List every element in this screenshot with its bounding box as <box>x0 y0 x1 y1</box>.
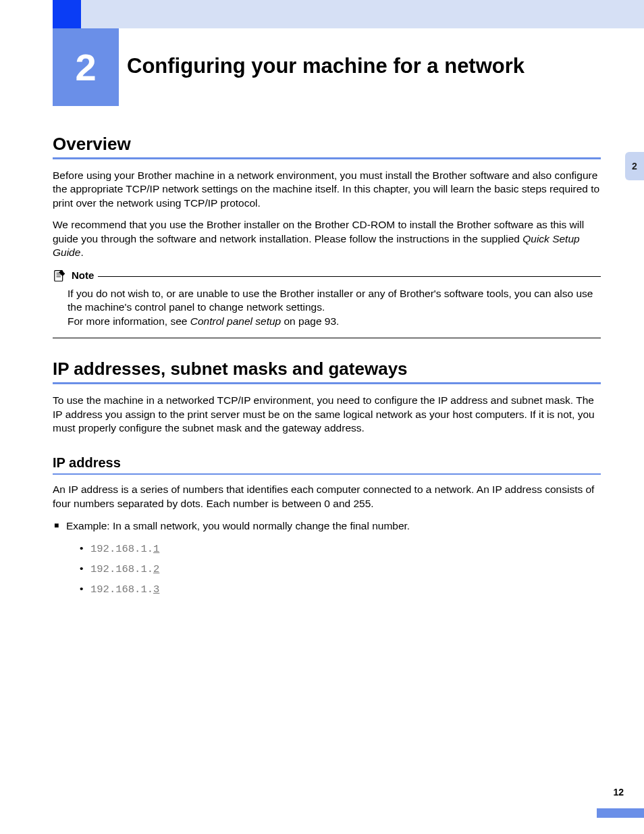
ip-last-digit: 3 <box>153 583 159 596</box>
ip-prefix: 192.168.1. <box>90 563 153 575</box>
note-line-2b: on page 93. <box>281 315 339 327</box>
note-body: If you do not wish to, or are unable to … <box>68 287 601 328</box>
footer-accent-bar <box>597 808 644 818</box>
ip-example-1: 192.168.1.1 <box>90 543 159 555</box>
ip-section-para: To use the machine in a networked TCP/IP… <box>53 394 601 435</box>
header-accent-square <box>53 0 81 28</box>
ip-prefix: 192.168.1. <box>90 543 153 555</box>
side-tab: 2 <box>625 152 644 180</box>
example-intro-list: Example: In a small network, you would n… <box>54 519 601 533</box>
ip-address-heading: IP address <box>53 455 601 471</box>
overview-para-1: Before using your Brother machine in a n… <box>53 169 601 210</box>
note-header: Note <box>53 268 601 283</box>
ip-last-digit: 2 <box>153 563 159 575</box>
control-panel-setup-ref: Control panel setup <box>190 315 281 327</box>
overview-para-2a: We recommend that you use the Brother in… <box>53 219 584 244</box>
note-line-2: For more information, see Control panel … <box>68 315 601 328</box>
ip-last-digit: 1 <box>153 543 159 555</box>
note-line-1: If you do not wish to, or are unable to … <box>68 287 601 315</box>
section-rule <box>53 382 601 384</box>
header-bar <box>81 0 644 28</box>
side-tab-label: 2 <box>632 161 637 172</box>
chapter-number-box: 2 <box>53 28 119 106</box>
ip-example-item: 192.168.1.1 <box>80 539 601 559</box>
note-icon <box>53 268 68 283</box>
note-label: Note <box>72 269 94 281</box>
ip-section-heading: IP addresses, subnet masks and gateways <box>53 359 601 380</box>
manual-page: 2 Configuring your machine for a network… <box>0 0 644 834</box>
ip-example-2: 192.168.1.2 <box>90 563 159 575</box>
chapter-title: Configuring your machine for a network <box>127 54 525 78</box>
chapter-number: 2 <box>75 45 96 89</box>
note-header-line <box>98 276 601 277</box>
note-block: Note If you do not wish to, or are unabl… <box>53 268 601 338</box>
example-intro: Example: In a small network, you would n… <box>54 519 601 533</box>
note-end-rule <box>53 338 601 338</box>
page-number: 12 <box>613 787 624 798</box>
ip-example-item: 192.168.1.3 <box>80 579 601 600</box>
ip-example-list: 192.168.1.1 192.168.1.2 192.168.1.3 <box>80 539 601 600</box>
overview-para-2b: . <box>80 246 83 258</box>
subsection-rule <box>53 473 601 475</box>
section-rule <box>53 157 601 159</box>
ip-example-item: 192.168.1.2 <box>80 559 601 579</box>
ip-prefix: 192.168.1. <box>90 583 153 596</box>
overview-heading: Overview <box>53 134 601 155</box>
ip-address-para: An IP address is a series of numbers tha… <box>53 483 601 511</box>
content-area: Overview Before using your Brother machi… <box>53 128 601 600</box>
note-line-2a: For more information, see <box>68 315 190 327</box>
overview-para-2: We recommend that you use the Brother in… <box>53 218 601 259</box>
ip-example-3: 192.168.1.3 <box>90 583 159 596</box>
